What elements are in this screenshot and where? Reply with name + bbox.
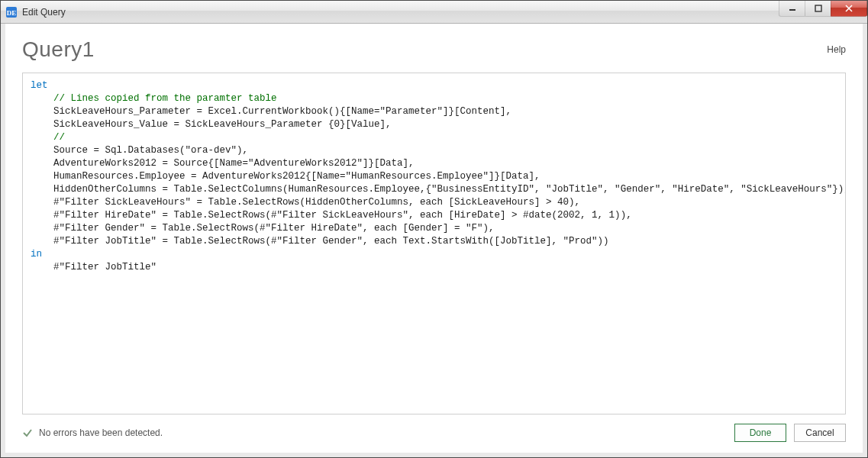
- window-controls: [779, 1, 867, 17]
- footer-row: No errors have been detected. Done Cance…: [22, 414, 846, 442]
- titlebar[interactable]: DE Edit Query: [1, 1, 867, 24]
- button-row: Done Cancel: [734, 424, 846, 442]
- done-button[interactable]: Done: [734, 424, 786, 442]
- query-title: Query1: [22, 37, 95, 62]
- svg-rect-2: [789, 9, 795, 11]
- status-message: No errors have been detected.: [39, 427, 163, 438]
- svg-rect-3: [815, 5, 821, 11]
- client-area: Query1 Help let // Lines copied from the…: [1, 24, 867, 457]
- help-link[interactable]: Help: [827, 44, 846, 55]
- svg-text:DE: DE: [7, 9, 17, 17]
- header-row: Query1 Help: [22, 37, 846, 62]
- app-icon: DE: [5, 6, 18, 18]
- edit-query-window: DE Edit Query Query1 Help: [0, 0, 868, 458]
- check-icon: [22, 427, 33, 438]
- minimize-button[interactable]: [779, 1, 805, 17]
- close-button[interactable]: [831, 1, 867, 17]
- status-area: No errors have been detected.: [22, 427, 163, 438]
- dialog-content: Query1 Help let // Lines copied from the…: [5, 24, 863, 453]
- cancel-button[interactable]: Cancel: [794, 424, 846, 442]
- maximize-button[interactable]: [805, 1, 831, 17]
- query-code-editor[interactable]: let // Lines copied from the paramter ta…: [22, 73, 846, 414]
- window-title: Edit Query: [22, 7, 66, 18]
